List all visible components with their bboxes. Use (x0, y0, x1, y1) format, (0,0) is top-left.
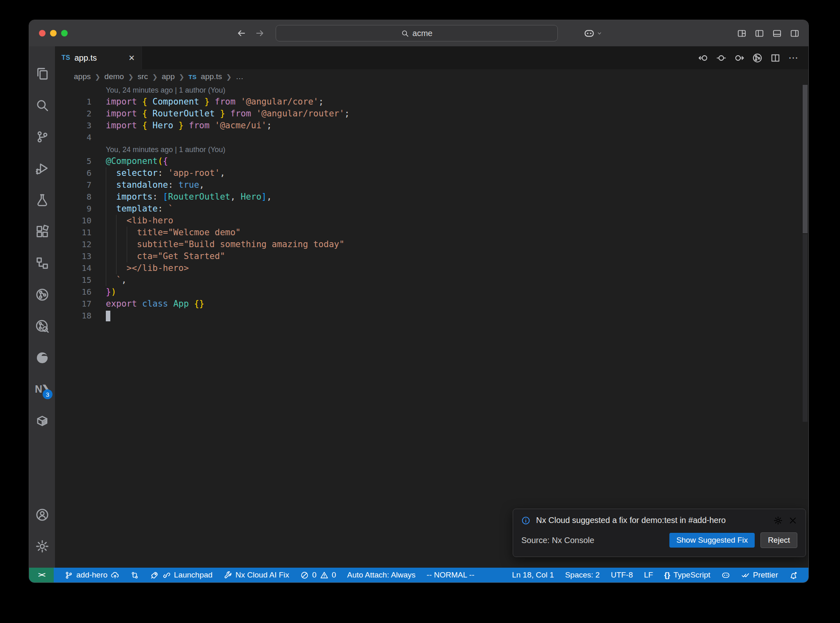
notification-close-icon[interactable] (788, 516, 797, 525)
activity-item-explorer[interactable] (29, 58, 55, 89)
copilot-status[interactable] (721, 571, 730, 580)
notifications-bell[interactable] (789, 571, 798, 580)
line-number: 1 (55, 96, 98, 108)
code-text: export class App {} (98, 298, 204, 310)
activity-item-gitlens-search[interactable] (29, 310, 55, 342)
indent-guide (106, 215, 106, 227)
scrollbar-thumb[interactable] (803, 85, 808, 233)
activity-item-gitlens[interactable] (29, 279, 55, 310)
command-center-value: acme (413, 29, 433, 38)
activity-item-containers[interactable] (29, 405, 55, 437)
split-editor-icon[interactable] (770, 53, 781, 63)
line-number: 6 (55, 167, 98, 179)
vim-mode-status[interactable]: -- NORMAL -- (427, 571, 474, 580)
command-center-search[interactable]: acme (276, 25, 558, 41)
customize-layout-icon[interactable] (737, 29, 746, 38)
activity-item-settings-gear[interactable] (29, 530, 55, 562)
code-editor[interactable]: You, 24 minutes ago | 1 author (You)1imp… (55, 84, 803, 568)
indent-guide (106, 262, 106, 274)
breadcrumb-item[interactable]: apps (74, 72, 91, 81)
toggle-sidebar-icon[interactable] (755, 29, 764, 38)
breadcrumb-item[interactable]: demo (105, 72, 124, 81)
toggle-panel-icon[interactable] (772, 29, 782, 38)
reject-button[interactable]: Reject (760, 532, 797, 548)
nx-cloud-fix-status[interactable]: Nx Cloud AI Fix (224, 571, 289, 580)
tab-label: app.ts (74, 53, 96, 63)
settings-gear-icon (35, 539, 49, 553)
prettier-status[interactable]: Prettier (741, 571, 778, 580)
activity-item-testing[interactable] (29, 184, 55, 216)
code-line: 13 cta="Get Started" (55, 250, 803, 262)
breadcrumb-item[interactable]: src (138, 72, 148, 81)
activity-item-nx-console[interactable]: N❯3 (29, 373, 55, 405)
nav-forward-circle-icon[interactable] (734, 53, 744, 63)
code-line: 17export class App {} (55, 298, 803, 310)
traffic-light-maximize[interactable] (61, 30, 68, 36)
activity-item-search[interactable] (29, 89, 55, 121)
activity-item-run-debug[interactable] (29, 152, 55, 184)
cursor-position-status[interactable]: Ln 18, Col 1 (512, 571, 554, 580)
warning-icon (320, 571, 329, 580)
bell-dot-icon (789, 571, 798, 580)
remote-indicator[interactable]: >< (29, 568, 54, 582)
tab-app-ts[interactable]: TS app.ts ✕ (55, 46, 142, 69)
traffic-light-close[interactable] (39, 30, 46, 36)
code-text: `, (98, 274, 127, 286)
launchpad-status[interactable]: Launchpad (150, 571, 212, 580)
auto-attach-status[interactable]: Auto Attach: Always (347, 571, 415, 580)
code-line: 18 (55, 310, 803, 322)
line-number: 12 (55, 239, 98, 250)
breadcrumb: apps❯demo❯src❯app❯TSapp.ts❯… (55, 69, 808, 84)
history-back-icon[interactable] (236, 28, 246, 38)
breadcrumb-separator-icon: ❯ (128, 73, 133, 81)
copilot-menu[interactable] (584, 20, 603, 46)
eol-status[interactable]: LF (644, 571, 653, 580)
problems-status[interactable]: 00 (300, 571, 336, 580)
encoding-status[interactable]: UTF-8 (611, 571, 633, 580)
line-number: 2 (55, 108, 98, 120)
status-label: LF (644, 571, 653, 580)
account-icon (35, 508, 49, 522)
activity-bar-bottom (29, 499, 55, 568)
flowchart-icon (35, 256, 49, 270)
activity-item-extensions[interactable] (29, 216, 55, 247)
indentation-status[interactable]: Spaces: 2 (565, 571, 600, 580)
wrench-icon (224, 571, 232, 580)
traffic-light-minimize[interactable] (50, 30, 57, 36)
line-number: 5 (55, 155, 98, 167)
activity-item-flowchart[interactable] (29, 247, 55, 279)
tab-bar: TS app.ts ✕ ⋯ (55, 46, 808, 69)
activity-bar: N❯3 (29, 46, 55, 568)
tab-close-icon[interactable]: ✕ (128, 53, 135, 63)
branch-status[interactable]: add-hero (64, 571, 119, 580)
notification-source: Source: Nx Console (521, 536, 664, 545)
blame-row: You, 24 minutes ago | 1 author (You) (55, 143, 803, 155)
activity-item-source-control[interactable] (29, 121, 55, 152)
status-label: -- NORMAL -- (427, 571, 474, 580)
code-line: 5@Component({ (55, 155, 803, 167)
more-actions-icon[interactable]: ⋯ (788, 52, 799, 64)
language-status[interactable]: {}TypeScript (664, 571, 710, 580)
activity-item-account[interactable] (29, 499, 55, 530)
breadcrumb-item[interactable]: app.ts (201, 72, 222, 81)
nav-back-circle-icon[interactable] (698, 53, 708, 63)
rocket-icon (150, 571, 159, 580)
circle-outline-icon[interactable] (716, 53, 726, 63)
status-label: Spaces: 2 (565, 571, 600, 580)
code-line: 7 standalone: true, (55, 179, 803, 191)
history-forward-icon[interactable] (255, 28, 265, 38)
breadcrumb-item[interactable]: … (236, 72, 244, 81)
toggle-secondary-sidebar-icon[interactable] (790, 29, 799, 38)
show-suggested-fix-button[interactable]: Show Suggested Fix (669, 533, 755, 548)
activity-item-edge-browser[interactable] (29, 342, 55, 373)
notification-settings-icon[interactable] (774, 516, 783, 525)
git-graph-status[interactable] (130, 571, 139, 580)
indent-guide (106, 239, 106, 250)
cloud-upload-icon (111, 571, 119, 580)
status-label: UTF-8 (611, 571, 633, 580)
code-line: 1import { Component } from '@angular/cor… (55, 96, 803, 108)
git-blame-annotation: You, 24 minutes ago | 1 author (You) (98, 84, 226, 96)
circled-branch-icon[interactable] (752, 53, 762, 63)
breadcrumb-item[interactable]: app (162, 72, 175, 81)
source-control-icon (35, 130, 49, 144)
